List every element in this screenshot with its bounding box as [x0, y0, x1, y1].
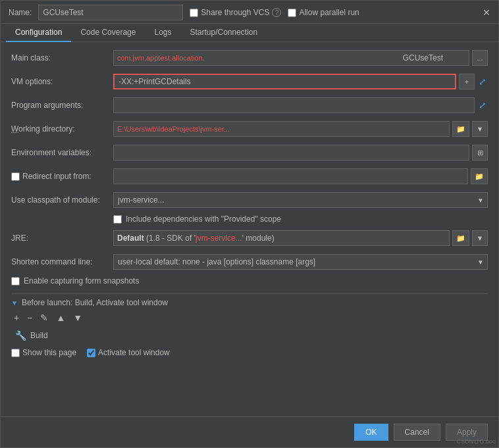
vm-options-expand-button[interactable]: ⤢ — [477, 76, 488, 87]
allow-parallel-checkbox[interactable] — [288, 9, 296, 17]
working-dir-browse-button[interactable]: 📁 — [452, 121, 469, 137]
classpath-select[interactable]: jvm-service... — [113, 192, 488, 208]
shorten-row: Shorten command line: user-local default… — [11, 253, 488, 271]
close-button[interactable]: ✕ — [480, 8, 493, 17]
vm-options-row: VM options: + ⤢ — [11, 72, 488, 91]
title-bar: Name: Share through VCS ? Allow parallel… — [1, 1, 498, 24]
enable-capturing-label: Enable capturing form snapshots — [24, 276, 139, 286]
program-args-row: Program arguments: ⤢ — [11, 96, 488, 114]
shorten-select-wrapper: user-local default: none - java [options… — [113, 254, 488, 270]
enable-capturing-checkbox[interactable] — [11, 277, 20, 286]
before-launch-header: ▼ Before launch: Build, Activate tool wi… — [11, 298, 488, 307]
main-class-field: com.jvm.apptest.allocation. GCUseTest ..… — [113, 50, 488, 66]
program-args-input[interactable] — [113, 97, 475, 113]
allow-parallel-label: Allow parallel run — [299, 8, 359, 17]
main-class-browse-button[interactable]: ... — [472, 50, 488, 66]
cancel-button[interactable]: Cancel — [394, 424, 440, 441]
show-page-label: Show this page — [22, 348, 76, 357]
run-debug-config-dialog: Name: Share through VCS ? Allow parallel… — [0, 0, 499, 448]
share-through-vcs-group: Share through VCS ? — [190, 8, 281, 17]
separator — [11, 293, 488, 294]
share-through-vcs-checkbox[interactable] — [190, 9, 198, 17]
redirect-checkbox[interactable] — [11, 172, 20, 181]
tab-logs[interactable]: Logs — [145, 24, 180, 42]
before-launch-down-button[interactable]: ▼ — [70, 311, 85, 324]
activate-tool-group: Activate tool window — [87, 348, 170, 357]
working-dir-field: E:\Users\wb\IdeaProjects\jvm-ser... 📁 ▼ — [113, 121, 488, 137]
share-help-icon[interactable]: ? — [272, 8, 281, 17]
classpath-row: Use classpath of module: jvm-service... … — [11, 191, 488, 209]
dialog-footer: OK Cancel Apply — [1, 416, 498, 447]
build-icon: 🔧 — [15, 330, 26, 341]
tabs-bar: Configuration Code Coverage Logs Startup… — [1, 24, 498, 42]
share-through-vcs-label: Share through VCS — [201, 8, 269, 17]
vm-options-field: + ⤢ — [113, 74, 488, 89]
working-dir-row: Working directory: E:\Users\wb\IdeaProje… — [11, 120, 488, 138]
classpath-label: Use classpath of module: — [11, 195, 113, 205]
tab-code-coverage[interactable]: Code Coverage — [71, 24, 145, 42]
main-class-row: Main class: com.jvm.apptest.allocation. … — [11, 49, 488, 67]
activate-tool-checkbox[interactable] — [87, 349, 95, 357]
env-vars-field: ⊞ — [113, 145, 488, 161]
program-args-expand-button[interactable]: ⤢ — [477, 100, 488, 111]
jre-row: JRE: Default (1.8 - SDK of 'jvm-service.… — [11, 229, 488, 247]
before-launch-add-button[interactable]: + — [11, 311, 22, 324]
working-dir-dropdown-button[interactable]: ▼ — [472, 121, 488, 137]
include-deps-checkbox[interactable] — [113, 215, 122, 224]
jre-browse-button[interactable]: 📁 — [452, 230, 469, 246]
title-bar-left: Name: Share through VCS ? Allow parallel… — [9, 5, 359, 20]
show-page-checkbox[interactable] — [11, 349, 20, 357]
working-dir-input[interactable] — [113, 121, 450, 137]
env-vars-label: Environment variables: — [11, 148, 113, 157]
watermark: CSDN@G.boo — [457, 438, 496, 445]
working-dir-label: Working directory: — [11, 124, 113, 134]
jre-dropdown-button[interactable]: ▼ — [472, 230, 488, 246]
program-args-label: Program arguments: — [11, 101, 113, 110]
name-input[interactable] — [38, 5, 183, 20]
bottom-options: Show this page Activate tool window — [11, 348, 488, 357]
before-launch-remove-button[interactable]: − — [24, 311, 35, 324]
show-page-group: Show this page — [11, 348, 76, 357]
vm-options-add-button[interactable]: + — [459, 74, 475, 89]
config-content: Main class: com.jvm.apptest.allocation. … — [1, 42, 498, 416]
before-launch-edit-button[interactable]: ✎ — [38, 311, 51, 324]
before-launch-toolbar: + − ✎ ▲ ▼ — [11, 311, 488, 324]
name-label: Name: — [9, 8, 32, 17]
jre-label: JRE: — [11, 234, 113, 243]
redirect-row: Redirect input from: 📁 — [11, 167, 488, 186]
before-launch-title: Before launch: Build, Activate tool wind… — [22, 298, 168, 307]
redirect-input[interactable] — [113, 168, 468, 184]
build-item-label: Build — [30, 331, 48, 340]
before-launch-collapse-icon[interactable]: ▼ — [11, 299, 18, 307]
tab-configuration[interactable]: Configuration — [6, 24, 71, 42]
redirect-field: 📁 — [113, 168, 488, 184]
allow-parallel-group: Allow parallel run — [288, 8, 359, 17]
env-vars-input[interactable] — [113, 145, 469, 161]
vm-options-input[interactable] — [113, 74, 456, 89]
activate-tool-label: Activate tool window — [98, 348, 170, 357]
include-deps-label: Include dependencies with "Provided" sco… — [126, 214, 281, 224]
shorten-select[interactable]: user-local default: none - java [options… — [113, 254, 488, 270]
env-vars-row: Environment variables: ⊞ — [11, 143, 488, 162]
ok-button[interactable]: OK — [354, 424, 388, 441]
before-launch-up-button[interactable]: ▲ — [53, 311, 68, 324]
env-vars-edit-button[interactable]: ⊞ — [472, 145, 488, 161]
build-item: 🔧 Build — [11, 328, 488, 343]
include-deps-row: Include dependencies with "Provided" sco… — [113, 214, 488, 224]
main-class-input[interactable] — [113, 50, 469, 66]
redirect-browse-button[interactable]: 📁 — [471, 168, 488, 184]
before-launch-section: ▼ Before launch: Build, Activate tool wi… — [11, 298, 488, 343]
main-class-label: Main class: — [11, 53, 113, 62]
jre-field: Default (1.8 - SDK of 'jvm-service...' m… — [113, 230, 488, 246]
jre-input[interactable] — [113, 230, 450, 246]
shorten-label: Shorten command line: — [11, 257, 113, 266]
vm-options-label: VM options: — [11, 77, 113, 86]
redirect-label: Redirect input from: — [22, 172, 92, 181]
tab-startup-connection[interactable]: Startup/Connection — [180, 24, 267, 42]
classpath-select-wrapper: jvm-service... ▼ — [113, 192, 488, 208]
program-args-field: ⤢ — [113, 97, 488, 113]
enable-capturing-row: Enable capturing form snapshots — [11, 276, 488, 286]
